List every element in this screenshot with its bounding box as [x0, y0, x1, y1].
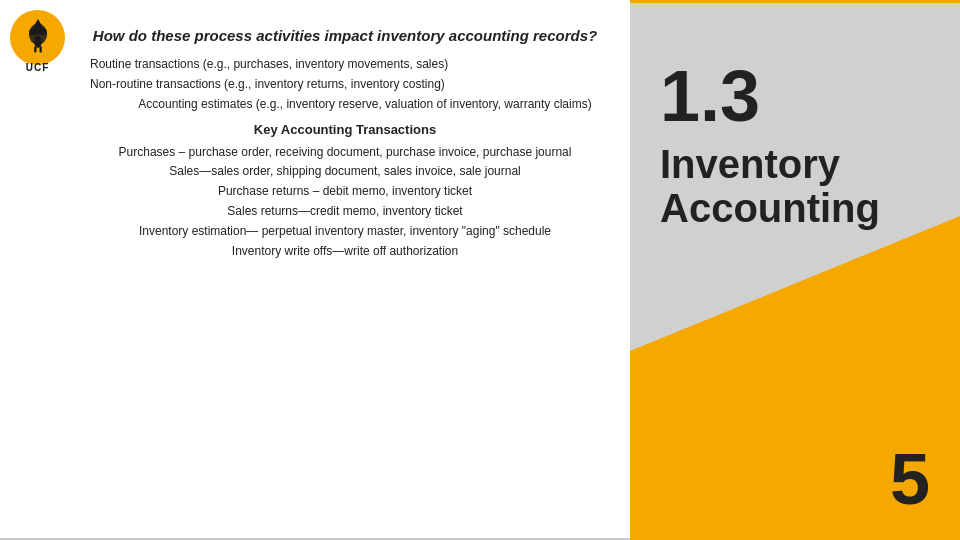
- right-panel: 1.3 Inventory Accounting 5: [630, 0, 960, 540]
- inventory-title-line1: Inventory Accounting: [660, 142, 930, 230]
- svg-point-6: [34, 22, 42, 31]
- main-title: How do these process activities impact i…: [90, 25, 600, 46]
- routine-transactions: Routine transactions (e.g., purchases, i…: [90, 56, 600, 73]
- page-container: How do these process activities impact i…: [0, 0, 960, 540]
- sales: Sales—sales order, shipping document, sa…: [90, 163, 600, 180]
- inventory-number: 1.3: [660, 60, 930, 132]
- page-number: 5: [890, 438, 930, 520]
- svg-rect-4: [34, 46, 36, 52]
- inventory-estimation: Inventory estimation— perpetual inventor…: [90, 223, 600, 240]
- pegasus-icon: [19, 19, 57, 57]
- non-routine-transactions: Non-routine transactions (e.g., inventor…: [90, 76, 600, 93]
- ucf-label: UCF: [10, 62, 65, 73]
- purchase-returns: Purchase returns – debit memo, inventory…: [90, 183, 600, 200]
- ucf-logo: UCF: [10, 10, 75, 75]
- sales-returns: Sales returns—credit memo, inventory tic…: [90, 203, 600, 220]
- key-transactions-header: Key Accounting Transactions: [90, 121, 600, 139]
- svg-marker-7: [35, 19, 40, 23]
- left-panel: How do these process activities impact i…: [0, 0, 630, 540]
- svg-rect-5: [39, 46, 41, 52]
- purchases: Purchases – purchase order, receiving do…: [90, 144, 600, 161]
- estimates: Accounting estimates (e.g., inventory re…: [90, 96, 600, 113]
- inventory-writeoffs: Inventory write offs—write off authoriza…: [90, 243, 600, 260]
- top-accent-line: [630, 0, 960, 3]
- svg-point-3: [34, 35, 42, 47]
